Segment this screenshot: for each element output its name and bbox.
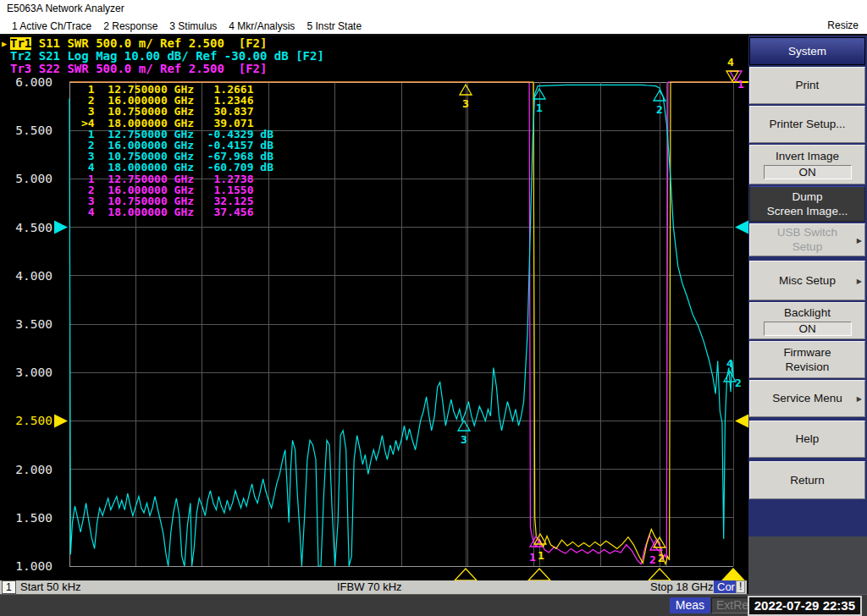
trace-parameters: S22 SWR 500.0 m/ Ref 2.500 [F2] (31, 63, 267, 75)
softkey-sidebar: SystemPrintPrinter Setup...Invert ImageO… (748, 36, 867, 594)
menu-item-1[interactable]: 1 Active Ch/Trace (12, 20, 91, 32)
analyzer-window: E5063A Network Analyzer 1 Active Ch/Trac… (0, 0, 867, 616)
active-trace-arrow-icon: ▶ (2, 37, 10, 50)
trace-definition-tr1[interactable]: ▶Tr1 S11 SWR 500.0 m/ Ref 2.500 [F2] (2, 37, 324, 50)
submenu-arrow-icon: ▶ (857, 236, 862, 244)
softkey-label: Service Menu (750, 392, 864, 405)
correction-status-badge: Cor (714, 580, 738, 593)
warning-badge: ! (736, 580, 745, 593)
svg-text:1: 1 (536, 102, 543, 114)
svg-text:3.500: 3.500 (15, 317, 52, 331)
trace-definition-tr2[interactable]: ▶Tr2 S21 Log Mag 10.00 dB/ Ref -30.00 dB… (2, 50, 324, 63)
trace-parameters: S11 SWR 500.0 m/ Ref 2.500 [F2] (31, 37, 267, 50)
channel-status-bar: 1 Start 50 kHz IFBW 70 kHz Stop 18 GHz C… (0, 580, 747, 594)
svg-text:4: 4 (727, 56, 734, 69)
softkey-value: ON (764, 322, 852, 336)
svg-text:3.000: 3.000 (15, 366, 52, 379)
svg-text:2.000: 2.000 (15, 463, 52, 476)
softkey-label: Backlight (750, 306, 864, 320)
window-titlebar: E5063A Network Analyzer (0, 0, 867, 17)
start-frequency-label: Start 50 kHz (20, 580, 81, 594)
resize-button[interactable]: Resize (827, 19, 859, 31)
svg-text:1.000: 1.000 (15, 559, 52, 573)
instrument-status-bar: Meas ExtRef 2022-07-29 22:35 (0, 594, 867, 616)
softkey-printer-setup[interactable]: Printer Setup... (749, 106, 865, 143)
svg-text:4.500: 4.500 (15, 221, 52, 234)
svg-text:4.000: 4.000 (15, 269, 52, 283)
svg-text:2: 2 (649, 553, 656, 566)
svg-text:5.000: 5.000 (15, 172, 52, 185)
softkey-label: Print (750, 79, 864, 92)
menu-item-4[interactable]: 4 Mkr/Analysis (229, 20, 295, 32)
trace-id: Tr2 (10, 50, 31, 63)
marker-readout-table: 1 12.750000 GHz 1.2661 2 16.000000 GHz 1… (81, 84, 273, 217)
softkey-label: Revision (750, 360, 864, 374)
trace-id: Tr1 (10, 37, 31, 50)
svg-text:3: 3 (461, 433, 467, 446)
svg-text:1.500: 1.500 (15, 511, 52, 525)
marker-row-trace3: 1 12.750000 GHz 1.2738 (81, 173, 273, 184)
svg-text:1: 1 (529, 551, 536, 564)
softkey-backlight[interactable]: BacklightON (749, 302, 865, 339)
submenu-arrow-icon: ▶ (857, 277, 862, 284)
svg-text:2: 2 (735, 377, 742, 389)
svg-text:2.500: 2.500 (15, 414, 52, 427)
softkey-dump-screen-image[interactable]: DumpScreen Image... (749, 186, 865, 222)
softkey-invert-image[interactable]: Invert ImageON (749, 145, 865, 184)
softkey-label: Printer Setup... (750, 118, 864, 131)
softkey-label: Firmware (750, 346, 864, 360)
menu-item-3[interactable]: 3 Stimulus (169, 20, 217, 32)
trace-id: Tr3 (10, 63, 31, 75)
softkey-column: SystemPrintPrinter Setup...Invert ImageO… (748, 36, 867, 536)
menu-items: 1 Active Ch/Trace2 Response3 Stimulus4 M… (0, 18, 362, 33)
softkey-system[interactable]: System (749, 37, 865, 65)
window-title: E5063A Network Analyzer (7, 3, 124, 14)
softkey-label: Invert Image (750, 150, 864, 163)
trace-definitions: ▶Tr1 S11 SWR 500.0 m/ Ref 2.500 [F2]▶Tr2… (2, 37, 324, 75)
menu-item-2[interactable]: 2 Response (103, 20, 157, 32)
svg-text:2: 2 (656, 103, 663, 116)
softkey-label: Return (750, 474, 864, 487)
softkey-help[interactable]: Help (749, 421, 865, 458)
channel-number-box[interactable]: 1 (2, 580, 16, 594)
softkey-label: USB Switch (750, 226, 864, 239)
softkey-value: ON (764, 165, 852, 179)
svg-text:6.000: 6.000 (15, 75, 52, 89)
softkey-usb-switch-setup[interactable]: USB SwitchSetup▶ (749, 223, 865, 256)
datetime-display: 2022-07-29 22:35 (748, 596, 862, 616)
softkey-return[interactable]: Return (749, 461, 865, 499)
svg-text:1: 1 (538, 549, 544, 562)
marker-row-trace2: 4 18.000000 GHz -60.709 dB (81, 162, 273, 173)
svg-text:1: 1 (737, 78, 744, 91)
softkey-print[interactable]: Print (749, 67, 865, 104)
softkey-service-menu[interactable]: Service Menu▶ (749, 380, 865, 417)
softkey-label: Dump (750, 190, 864, 204)
menu-item-5[interactable]: 5 Instr State (306, 20, 362, 32)
svg-text:5.500: 5.500 (15, 124, 52, 137)
svg-text:4: 4 (726, 357, 733, 370)
marker-row-trace1: >4 18.000000 GHz 39.071 (81, 118, 273, 129)
ifbw-label: IFBW 70 kHz (337, 580, 402, 594)
submenu-arrow-icon: ▶ (857, 395, 862, 403)
softkey-firmware-revision[interactable]: FirmwareRevision (749, 341, 865, 378)
softkey-label: Setup (750, 240, 864, 254)
trace-parameters: S21 Log Mag 10.00 dB/ Ref -30.00 dB [F2] (31, 50, 324, 63)
meas-status-badge: Meas (670, 597, 710, 613)
svg-text:2: 2 (658, 552, 665, 564)
softkey-label: System (750, 45, 864, 58)
softkey-label: Screen Image... (750, 205, 864, 218)
svg-text:3: 3 (462, 97, 469, 110)
softkey-label: Help (750, 432, 864, 446)
stop-frequency-label: Stop 18 GHz (650, 580, 713, 594)
trace-definition-tr3[interactable]: ▶Tr3 S22 SWR 500.0 m/ Ref 2.500 [F2] (2, 63, 324, 75)
menu-bar: 1 Active Ch/Trace2 Response3 Stimulus4 M… (0, 17, 867, 36)
marker-row-trace3: 4 18.000000 GHz 37.456 (81, 206, 273, 217)
softkey-misc-setup[interactable]: Misc Setup▶ (749, 261, 865, 300)
softkey-label: Misc Setup (750, 274, 864, 288)
marker-row-trace1: 3 10.750000 GHz 30.837 (81, 106, 273, 117)
instrument-screen: 6.0005.5005.0004.5004.0003.5003.0002.500… (0, 36, 748, 594)
